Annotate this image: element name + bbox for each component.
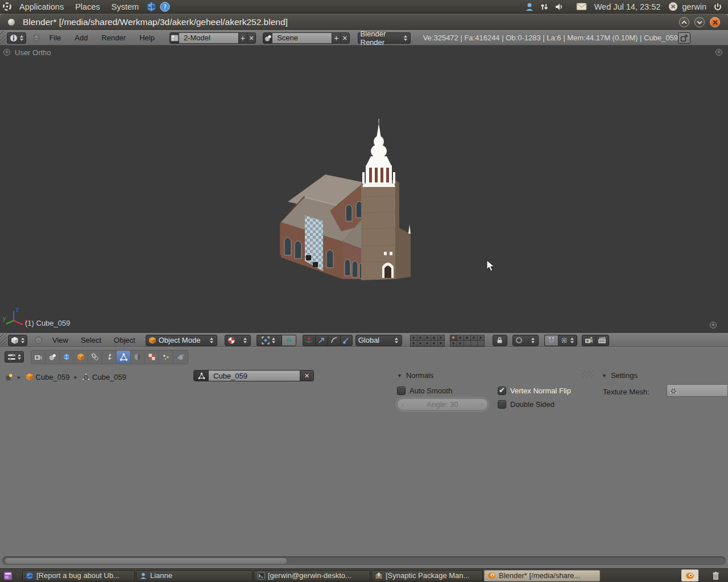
- texture-mesh-field[interactable]: [667, 384, 728, 397]
- manipulator-arc-button[interactable]: [328, 335, 340, 346]
- menu-view[interactable]: View: [50, 336, 71, 344]
- minimize-button[interactable]: [694, 17, 705, 27]
- auto-smooth-row[interactable]: Auto Smooth: [397, 386, 452, 395]
- mail-icon[interactable]: [575, 0, 589, 14]
- layer-buttons-group-2[interactable]: [450, 335, 484, 346]
- menu-select[interactable]: Select: [78, 336, 104, 344]
- panel-clock[interactable]: Wed Jul 14, 23:52: [590, 2, 665, 11]
- user-presence-icon[interactable]: [523, 0, 536, 14]
- double-sided-row[interactable]: Double Sided: [498, 400, 555, 409]
- editor-type-info-selector[interactable]: [7, 32, 26, 44]
- task-blender[interactable]: Blender* [/media/share...: [484, 570, 600, 581]
- tab-object-data[interactable]: [117, 351, 131, 364]
- horizontal-scrollbar[interactable]: [2, 556, 726, 565]
- tab-constraints[interactable]: [88, 351, 102, 364]
- panel-drag-widget[interactable]: [581, 371, 594, 379]
- opengl-render-anim-button[interactable]: [595, 335, 609, 346]
- bottom-region-expand-icon[interactable]: +: [710, 322, 717, 329]
- manipulator-rotate-button[interactable]: [315, 335, 328, 346]
- toolshelf-expand-icon[interactable]: +: [3, 49, 10, 56]
- panel-handle[interactable]: ⋮: [15, 573, 19, 579]
- tab-texture[interactable]: [145, 351, 159, 364]
- task-report-bug[interactable]: [Report a bug about Ub...: [22, 570, 135, 581]
- lock-to-scene-button[interactable]: [493, 335, 507, 346]
- menu-applications[interactable]: Applications: [14, 0, 69, 14]
- editor-type-properties-selector[interactable]: [5, 351, 24, 363]
- task-terminal[interactable]: [gerwin@gerwin-deskto...: [254, 570, 370, 581]
- snap-element-dropdown[interactable]: [558, 335, 577, 346]
- blender-tray-icon[interactable]: [681, 569, 698, 581]
- manipulator-toggle[interactable]: [282, 335, 296, 346]
- browser-globe-icon[interactable]: [144, 0, 158, 14]
- snap-toggle-button[interactable]: [544, 335, 558, 346]
- collapse-menus-icon[interactable]: –: [35, 336, 42, 344]
- scrollbar-handle[interactable]: [5, 558, 287, 564]
- area-split-handle[interactable]: [0, 334, 7, 347]
- tab-scene[interactable]: [46, 351, 60, 364]
- menu-file[interactable]: File: [47, 34, 63, 42]
- tab-material[interactable]: [131, 351, 145, 364]
- viewport-shading-dropdown[interactable]: [225, 335, 251, 346]
- settings-panel-header[interactable]: ▼ Settings: [602, 371, 638, 380]
- menu-system[interactable]: System: [106, 0, 144, 14]
- tab-modifiers[interactable]: [102, 351, 117, 364]
- mode-dropdown[interactable]: Object Mode: [146, 335, 217, 346]
- add-scene-button[interactable]: +: [332, 33, 340, 43]
- return-to-previous-icon[interactable]: [678, 32, 690, 44]
- power-icon[interactable]: [711, 0, 725, 14]
- datablock-name-value[interactable]: Cube_059: [209, 371, 300, 381]
- user-switcher-icon[interactable]: [666, 0, 680, 14]
- proportional-edit-dropdown[interactable]: [512, 335, 539, 346]
- pivot-point-dropdown[interactable]: [257, 335, 282, 346]
- layer-buttons-group-1[interactable]: [410, 335, 444, 346]
- close-button[interactable]: [710, 17, 720, 27]
- vertex-normal-flip-checkbox[interactable]: [498, 386, 506, 395]
- layer-cell[interactable]: [477, 340, 485, 347]
- properties-region-expand-icon[interactable]: +: [715, 49, 722, 56]
- menu-render[interactable]: Render: [99, 34, 128, 42]
- layer-cell[interactable]: [437, 340, 445, 347]
- breadcrumb-object[interactable]: Cube_059: [26, 373, 70, 381]
- window-titlebar[interactable]: Blender* [/media/shared/Werkmap/3d/akerk…: [0, 14, 728, 30]
- auto-smooth-checkbox[interactable]: [397, 386, 406, 395]
- delete-scene-button[interactable]: ×: [340, 33, 349, 43]
- trash-icon[interactable]: [709, 569, 722, 582]
- breadcrumb-scene[interactable]: [5, 373, 13, 381]
- angle-slider[interactable]: ‹ Angle: 30 ›: [397, 398, 488, 410]
- screen-layout-selector[interactable]: 2-Model + ×: [169, 32, 256, 44]
- shade-button[interactable]: [679, 17, 689, 27]
- tab-world[interactable]: [60, 351, 74, 364]
- breadcrumb-mesh-data[interactable]: Cube_059: [82, 373, 126, 381]
- menu-places[interactable]: Places: [69, 0, 106, 14]
- task-synaptic[interactable]: [Synaptic Package Man...: [371, 570, 483, 581]
- screen-layout-name[interactable]: 2-Model: [179, 33, 238, 43]
- normals-panel-header[interactable]: ▼ Normals: [397, 371, 433, 380]
- viewport-3d[interactable]: + User Ortho + +: [0, 45, 728, 333]
- menu-help[interactable]: Help: [137, 34, 157, 42]
- transform-orientation-dropdown[interactable]: Global: [355, 335, 402, 346]
- area-split-handle[interactable]: [0, 31, 6, 45]
- task-lianne[interactable]: Lianne: [136, 570, 253, 581]
- network-arrows-icon[interactable]: [537, 0, 551, 14]
- editor-type-3dview-selector[interactable]: [8, 335, 27, 346]
- datablock-name-field[interactable]: Cube_059 ×: [193, 370, 314, 381]
- tab-object[interactable]: [74, 351, 88, 364]
- help-icon[interactable]: ?: [158, 0, 172, 14]
- delete-layout-button[interactable]: ×: [247, 33, 255, 43]
- add-layout-button[interactable]: +: [238, 33, 247, 43]
- unlink-datablock-button[interactable]: ×: [300, 371, 313, 381]
- double-sided-checkbox[interactable]: [498, 400, 506, 409]
- distro-menu-icon[interactable]: [0, 0, 14, 14]
- menu-object[interactable]: Object: [111, 336, 138, 344]
- volume-icon[interactable]: [552, 0, 566, 14]
- collapse-menus-icon[interactable]: –: [34, 34, 40, 41]
- scene-name[interactable]: Scene: [272, 33, 332, 43]
- tab-render[interactable]: [31, 351, 46, 364]
- vertex-normal-flip-row[interactable]: Vertex Normal Flip: [498, 386, 571, 395]
- window-list-icon[interactable]: [1, 569, 15, 582]
- manipulator-translate-button[interactable]: [303, 335, 315, 346]
- manipulator-scale-button[interactable]: [340, 335, 353, 346]
- scene-selector[interactable]: Scene + ×: [263, 32, 349, 44]
- opengl-render-image-button[interactable]: [582, 335, 595, 346]
- tab-physics[interactable]: [173, 351, 188, 364]
